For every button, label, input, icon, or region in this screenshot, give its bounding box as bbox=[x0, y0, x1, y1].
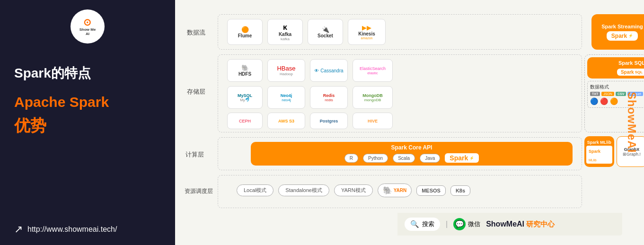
architecture-diagram: 数据流 🟠 Flume κ Kafka kafka 🔌 Socket ▶▶ Ki… bbox=[185, 9, 639, 236]
mysql-comp: MySQL My🐬 bbox=[227, 86, 263, 109]
k8s-mode: K8s bbox=[450, 185, 470, 196]
main-content: 数据流 🟠 Flume κ Kafka kafka 🔌 Socket ▶▶ Ki… bbox=[175, 0, 644, 245]
java-pill: Java bbox=[420, 154, 440, 163]
resource-label: 资源调度层 bbox=[185, 187, 213, 195]
compute-label: 计算层 bbox=[185, 150, 204, 159]
scala-pill: Scala bbox=[393, 154, 415, 163]
kinesis-comp: ▶▶ Kinesis amazon bbox=[348, 19, 386, 45]
standalone-mode: Standalone模式 bbox=[278, 184, 329, 196]
search-icon: 🔍 bbox=[410, 220, 419, 228]
cassandra-comp: 👁 Cassandra bbox=[310, 59, 348, 82]
wechat-icon: 💬 bbox=[453, 218, 466, 230]
sidebar: ⊙ Show MeAI Spark的特点 Apache Spark 优势 ↗ h… bbox=[0, 0, 175, 245]
spark-logo-compute: Spark ⚡ bbox=[445, 153, 479, 163]
bottom-bar: 🔍 搜索 | 💬 微信 ShowMeAI 研究中心 bbox=[397, 213, 622, 236]
wechat-label: 微信 bbox=[468, 220, 480, 228]
mongodb-comp: MongoDB mongoDB bbox=[353, 86, 393, 109]
url-area: ↗ http://www.showmeai.tech/ bbox=[14, 223, 161, 236]
logo-area: ⊙ Show MeAI bbox=[14, 9, 161, 45]
apache-spark-heading: Apache Spark bbox=[14, 94, 161, 110]
research-label: 研究中心 bbox=[526, 220, 555, 229]
yarn-mode: YARN模式 bbox=[334, 184, 373, 196]
r-pill: R bbox=[344, 154, 358, 163]
pointer-icon: ↗ bbox=[14, 223, 23, 236]
showmeai-area: ShowMeAI 研究中心 bbox=[486, 220, 555, 229]
mesos-mode: MESOS bbox=[416, 185, 446, 196]
watermark-text: ShowMeAI bbox=[625, 92, 638, 153]
storage-label: 存储层 bbox=[187, 88, 205, 96]
watermark: ShowMeAI bbox=[625, 9, 639, 236]
hbase-comp: HBase Hadoop bbox=[267, 59, 305, 82]
spark-mllib-box: Spark MLlib Spark MLlib bbox=[584, 136, 614, 167]
spark-heading: Spark的特点 bbox=[14, 64, 161, 82]
hdfs-comp: 🐘 HDFS bbox=[227, 59, 263, 82]
elasticsearch-comp: ElasticSearch elastic bbox=[353, 59, 393, 82]
socket-comp: 🔌 Socket bbox=[308, 19, 343, 45]
postgres-comp: Postgres bbox=[310, 113, 348, 129]
kafka-comp: κ Kafka kafka bbox=[267, 19, 303, 45]
spark-core-bar: Spark Core API R Python Scala Java Spark… bbox=[251, 142, 573, 166]
neo4j-comp: Neo4j neo4j bbox=[267, 86, 305, 109]
logo-circle: ⊙ Show MeAI bbox=[71, 9, 105, 44]
local-mode: Local模式 bbox=[237, 184, 273, 196]
redis-comp: Redis redis bbox=[310, 86, 348, 109]
awss3-comp: AWS S3 bbox=[267, 113, 305, 129]
hadoop-yarn: 🐘YARN bbox=[378, 184, 412, 197]
wechat-area: 💬 微信 bbox=[453, 218, 480, 230]
logo-inner: ⊙ Show MeAI bbox=[79, 17, 96, 36]
search-label: 搜索 bbox=[422, 220, 434, 228]
ceph-comp: CEPH bbox=[227, 113, 263, 129]
flume-comp: 🟠 Flume bbox=[227, 19, 263, 45]
python-pill: Python bbox=[363, 154, 388, 163]
search-box[interactable]: 🔍 搜索 bbox=[405, 218, 440, 231]
showmeai-brand: ShowMeAI bbox=[486, 220, 524, 228]
data-flow-label: 数据流 bbox=[187, 28, 205, 37]
resource-items: Local模式 Standalone模式 YARN模式 🐘YARN MESOS … bbox=[237, 184, 470, 197]
advantage-heading: 优势 bbox=[14, 115, 161, 137]
website-url[interactable]: http://www.showmeai.tech/ bbox=[27, 225, 117, 234]
hive-comp: HIVE bbox=[353, 113, 393, 129]
